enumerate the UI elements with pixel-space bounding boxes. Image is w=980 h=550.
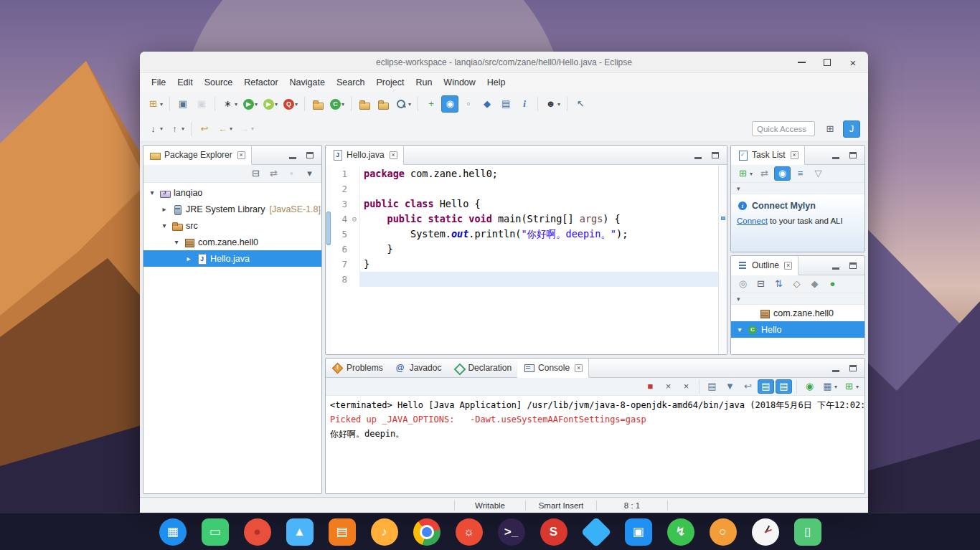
tree-item-hello[interactable]: ▾Hello <box>731 321 864 338</box>
maximize-view-button[interactable] <box>304 149 316 161</box>
dock-app-store[interactable]: ▤ <box>329 518 356 546</box>
last-edit-location-button[interactable]: ↩ <box>196 120 213 138</box>
clear-console-button[interactable]: ▤ <box>704 379 720 394</box>
filter-tasks-button[interactable]: ▽ <box>810 166 826 181</box>
tree-arrow-icon[interactable]: ▸ <box>184 255 193 262</box>
menu-search[interactable]: Search <box>331 75 371 90</box>
previous-annotation-button[interactable]: ↑▾ <box>166 120 187 138</box>
tab-console[interactable]: Console× <box>517 359 589 378</box>
forward-button[interactable]: →▾ <box>236 120 256 138</box>
maximize-view-button[interactable] <box>710 149 721 161</box>
dock-text-editor[interactable]: ▭ <box>202 518 229 546</box>
dock-control-center[interactable]: ☼ <box>456 518 483 546</box>
dock-terminal[interactable]: >_ <box>498 518 525 546</box>
tree-item-jre-system-library[interactable]: ▸JRE System Library [JavaSE-1.8] <box>143 201 321 217</box>
dock-launcher[interactable]: ▦ <box>159 518 187 546</box>
titlebar[interactable]: eclipse-workspace - lanqiao/src/com/zane… <box>140 52 868 73</box>
minimize-view-button[interactable] <box>830 149 842 161</box>
tab-hello-java[interactable]: Hello.java × <box>326 146 404 165</box>
annotation-pointer-button[interactable]: ↖ <box>572 95 589 113</box>
tab-problems[interactable]: Problems <box>326 359 389 377</box>
tree-item-com-zane-hell0[interactable]: ▾com.zane.hell0 <box>143 234 321 250</box>
hide-fields-button[interactable]: ◇ <box>788 277 805 291</box>
link-with-editor-button[interactable]: ⇄ <box>265 166 282 181</box>
tab-javadoc[interactable]: Javadoc <box>389 359 448 377</box>
code-line-5[interactable]: 5 System.out.println("你好啊。deepin。"); <box>332 227 718 242</box>
focus-element-button[interactable]: ◎ <box>735 277 751 291</box>
tree-item-hello-java[interactable]: ▸Hello.java <box>143 250 321 267</box>
mark-occurrences-button[interactable]: i <box>516 95 533 113</box>
collapse-all-button[interactable]: ⊟ <box>753 277 769 291</box>
tab-outline[interactable]: Outline × <box>731 256 798 275</box>
tree-arrow-icon[interactable]: ▾ <box>735 326 744 333</box>
save-button[interactable]: ▣ <box>174 95 192 113</box>
close-icon[interactable]: × <box>784 262 792 270</box>
tree-item-com-zane-hell0[interactable]: com.zane.hell0 <box>731 305 864 321</box>
close-button[interactable]: × <box>845 54 861 70</box>
view-menu-button[interactable]: ▾ <box>301 166 318 181</box>
menu-source[interactable]: Source <box>199 75 239 90</box>
search-button[interactable]: ▾ <box>393 95 413 113</box>
dock-trash[interactable]: ▯ <box>794 518 821 546</box>
maximize-button[interactable] <box>819 54 835 70</box>
dock-chrome[interactable] <box>413 518 440 546</box>
connect-link[interactable]: Connect <box>737 217 768 225</box>
tab-task-list[interactable]: Task List × <box>731 146 805 165</box>
console-content[interactable]: <terminated> Hello [Java Application] /u… <box>326 396 864 493</box>
chevron-down-icon[interactable]: ▾ <box>737 295 740 303</box>
editor-body[interactable]: 1package com.zane.hell0;23public class H… <box>326 165 727 354</box>
menu-run[interactable]: Run <box>410 75 438 90</box>
tab-declaration[interactable]: Declaration <box>447 359 517 377</box>
dock-browser[interactable]: ○ <box>710 518 737 546</box>
hide-non-public-button[interactable]: ● <box>824 277 841 291</box>
menu-refactor[interactable]: Refactor <box>238 75 283 90</box>
menu-project[interactable]: Project <box>371 75 410 90</box>
debug-button[interactable]: ∗▾ <box>220 95 240 113</box>
new-java-project-button[interactable] <box>309 95 326 113</box>
next-annotation-button[interactable]: ↓▾ <box>145 120 165 138</box>
tree-arrow-icon[interactable]: ▸ <box>160 205 169 213</box>
code-line-8[interactable]: 8 <box>332 272 718 287</box>
word-wrap-button[interactable]: ↩ <box>740 379 756 394</box>
mylyn-add-repository-button[interactable]: + <box>423 95 440 113</box>
dock-media-player[interactable]: ● <box>244 518 271 546</box>
save-all-button[interactable]: ▣ <box>193 95 210 113</box>
minimize-view-button[interactable] <box>287 149 298 161</box>
tree-item-src[interactable]: ▾src <box>143 217 321 234</box>
show-stderr-changes-button[interactable]: ▤ <box>776 379 792 394</box>
profile-button[interactable]: Q▾ <box>281 95 300 113</box>
console-view-button[interactable]: ▤ <box>497 95 514 113</box>
pin-console-button[interactable]: ◉ <box>801 379 818 394</box>
code-line-2[interactable]: 2 <box>332 181 718 196</box>
coverage-button[interactable]: ▶▾ <box>261 95 280 113</box>
minimize-button[interactable] <box>793 54 809 70</box>
tab-package-explorer[interactable]: Package Explorer × <box>143 146 252 165</box>
tree-arrow-icon[interactable]: ▾ <box>148 189 156 196</box>
maximize-view-button[interactable] <box>847 149 859 161</box>
java-perspective-button[interactable]: J <box>843 120 860 138</box>
menu-window[interactable]: Window <box>438 75 481 90</box>
back-button[interactable]: ←▾ <box>215 120 235 138</box>
code-line-3[interactable]: 3public class Hello { <box>332 196 718 212</box>
menu-navigate[interactable]: Navigate <box>284 75 331 90</box>
minimize-view-button[interactable] <box>830 362 842 374</box>
focus-on-workweek-button[interactable]: ◉ <box>774 166 791 181</box>
dock-screenshot-tool[interactable] <box>580 516 611 547</box>
open-perspective-button[interactable]: ⊞ <box>821 120 839 138</box>
editor-code-lines[interactable]: 1package com.zane.hell0;23public class H… <box>332 165 718 354</box>
synchronize-tasks-button[interactable]: ⇄ <box>756 166 773 181</box>
show-stdout-changes-button[interactable]: ▤ <box>758 379 774 394</box>
close-icon[interactable]: × <box>237 151 245 159</box>
new-class-button[interactable]: C▾ <box>328 95 347 113</box>
close-icon[interactable]: × <box>575 364 583 372</box>
task-repositories-button[interactable]: ▫ <box>460 95 477 113</box>
remove-launch-button[interactable]: × <box>660 379 677 394</box>
open-console-button[interactable]: ⊞▾ <box>841 379 861 394</box>
categorized-presentation-button[interactable]: ≡ <box>792 166 809 181</box>
user-profile-button[interactable]: ☻▾ <box>542 95 562 113</box>
scroll-lock-button[interactable]: ▼ <box>722 379 738 394</box>
menu-edit[interactable]: Edit <box>171 75 199 90</box>
code-line-4[interactable]: 4⊖ public static void main(String[] args… <box>332 212 718 227</box>
dock-software-center[interactable]: ▲ <box>286 518 314 546</box>
code-line-7[interactable]: 7} <box>332 257 718 272</box>
